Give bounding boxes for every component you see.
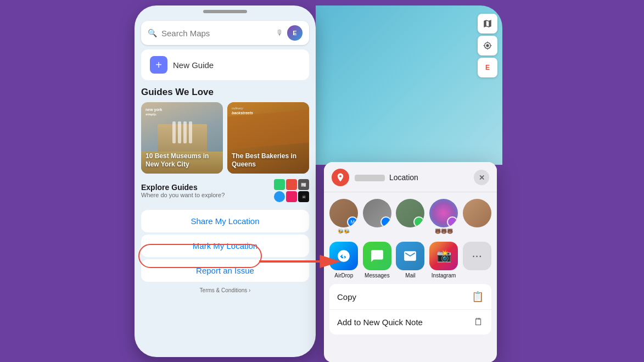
- more-icon: ···: [463, 242, 491, 270]
- search-bar[interactable]: 🔍 🎙 E: [141, 21, 309, 45]
- copy-icon: 📋: [472, 291, 484, 303]
- search-input[interactable]: [161, 29, 276, 38]
- explore-subtitle: Where do you want to explore?: [141, 192, 225, 198]
- contacts-row: M 🐝🐝 🐻🐻🐻: [324, 192, 497, 238]
- contact-avatar-3: [396, 199, 424, 227]
- share-my-location-button[interactable]: Share My Location: [141, 210, 309, 232]
- new-guide-label: New Guide: [173, 60, 214, 70]
- app-item-mail[interactable]: Mail: [396, 242, 425, 279]
- share-title: Location: [355, 173, 474, 182]
- quick-note-action[interactable]: Add to New Quick Note 🗒: [329, 310, 491, 335]
- phone-frame: 🔍 🎙 E + New Guide Guides We Love: [135, 5, 316, 357]
- mail-label: Mail: [405, 272, 415, 279]
- explore-icons: 📰 ☠: [274, 179, 309, 202]
- explore-icon-4: [274, 191, 285, 202]
- app-item-more[interactable]: ···: [462, 242, 491, 279]
- contact-item-5[interactable]: [462, 199, 491, 234]
- contact-item-3[interactable]: [396, 199, 425, 234]
- explore-icon-5: [286, 191, 297, 202]
- contact-item-1[interactable]: M 🐝🐝: [329, 199, 359, 234]
- action-items-list: Copy 📋 Add to New Quick Note 🗒: [329, 284, 491, 335]
- explore-icon-1: [274, 179, 285, 190]
- microphone-icon[interactable]: 🎙: [276, 29, 284, 37]
- messages-icon: [363, 242, 391, 270]
- guides-grid: new yorksimply. 10 Best Museums in New Y…: [141, 102, 309, 174]
- avatar[interactable]: E: [287, 25, 303, 41]
- close-button[interactable]: ✕: [474, 170, 489, 185]
- contact-badge-3: [413, 216, 424, 227]
- instagram-icon: 📸: [429, 242, 458, 270]
- guides-title: Guides We Love: [141, 87, 309, 98]
- explore-icon-2: [286, 179, 297, 190]
- bakeries-card-title: The Best Bakeries in Queens: [232, 152, 305, 169]
- contact-emoji-4: 🐻🐻🐻: [435, 229, 453, 234]
- contact-badge-4: [447, 216, 458, 227]
- new-guide-button[interactable]: + New Guide: [141, 49, 309, 80]
- share-highlight-circle: [138, 244, 262, 268]
- share-header: Location ✕: [324, 162, 497, 192]
- contact-badge-1: M: [347, 216, 358, 227]
- mail-icon: [396, 242, 424, 270]
- contact-item-2[interactable]: [363, 199, 392, 234]
- explore-section: Explore Guides Where do you want to expl…: [135, 174, 316, 208]
- contact-avatar-1: M: [329, 199, 358, 227]
- explore-title: Explore Guides: [141, 183, 225, 192]
- museums-card-title: 10 Best Museums in New York City: [145, 152, 219, 169]
- screenshot-container: E 🔍 🎙 E + New Guide Guides We Love: [0, 0, 644, 362]
- explore-text: Explore Guides Where do you want to expl…: [141, 183, 225, 198]
- map-area: [316, 5, 502, 165]
- contact-avatar-5: [463, 199, 491, 227]
- explore-icon-3: 📰: [298, 179, 309, 190]
- location-button[interactable]: [478, 36, 497, 55]
- copy-action[interactable]: Copy 📋: [329, 284, 491, 310]
- guide-card-bakeries[interactable]: culinary backstreets The Best Bakeries i…: [227, 102, 309, 174]
- messages-label: Messages: [365, 272, 390, 279]
- terms-link[interactable]: Terms & Conditions ›: [135, 284, 316, 297]
- share-location-icon: [332, 169, 349, 186]
- copy-label: Copy: [337, 292, 356, 302]
- share-title-blurred: [355, 175, 385, 181]
- apps-row: AirDrop Messages Mail 📸: [324, 238, 497, 282]
- contact-item-4[interactable]: 🐻🐻🐻: [429, 199, 458, 234]
- app-item-instagram[interactable]: 📸 Instagram: [429, 242, 458, 279]
- search-icon: 🔍: [148, 29, 157, 37]
- instagram-label: Instagram: [432, 272, 456, 279]
- share-arrow: [256, 247, 348, 279]
- quick-note-icon: 🗒: [474, 316, 484, 328]
- share-sheet: Location ✕ M 🐝🐝: [324, 162, 497, 362]
- app-item-messages[interactable]: Messages: [363, 242, 392, 279]
- map-view-button[interactable]: [478, 14, 497, 34]
- contact-avatar-2: [363, 199, 391, 227]
- new-guide-icon: +: [150, 56, 167, 74]
- guides-section: Guides We Love: [135, 87, 316, 174]
- contact-badge-2: [380, 216, 391, 227]
- quick-note-label: Add to New Quick Note: [337, 318, 423, 327]
- guide-card-museums[interactable]: new yorksimply. 10 Best Museums in New Y…: [141, 102, 223, 174]
- phone-notch: [203, 10, 247, 13]
- contact-emoji-1: 🐝🐝: [338, 229, 350, 234]
- contact-avatar-4: [429, 199, 458, 227]
- explore-icon-6: ☠: [298, 191, 309, 202]
- compass-button[interactable]: E: [478, 58, 497, 77]
